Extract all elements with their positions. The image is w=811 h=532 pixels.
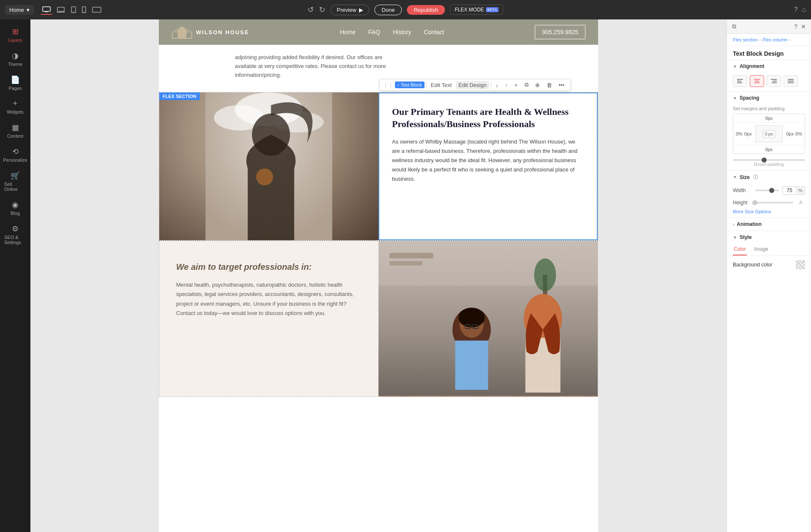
delete-element-button[interactable]: 🗑: [544, 81, 555, 89]
alignment-chevron: ▼: [733, 64, 737, 69]
nav-faq[interactable]: FAQ: [368, 29, 380, 35]
laptop-device-btn[interactable]: [55, 5, 67, 14]
spacing-section-header[interactable]: ▼ Spacing: [727, 91, 811, 104]
content-icon: ▦: [12, 123, 19, 132]
breadcrumb-flex-column[interactable]: Flex column: [762, 37, 787, 42]
panel-question-btn[interactable]: ?: [794, 23, 797, 30]
align-center-btn[interactable]: [750, 75, 764, 87]
width-unit: %: [796, 187, 804, 194]
animation-section-header[interactable]: › Animation: [727, 217, 811, 231]
height-auto-button[interactable]: A: [797, 200, 805, 206]
more-options-button[interactable]: •••: [556, 81, 567, 89]
mobile-device-btn[interactable]: [80, 5, 88, 15]
sidebar-item-pages[interactable]: 📄 Pages: [2, 72, 29, 94]
width-slider[interactable]: [755, 190, 779, 191]
move-down-button[interactable]: ↓: [493, 81, 501, 89]
desktop-device-btn[interactable]: [41, 5, 52, 15]
style-tab-color[interactable]: Color: [733, 244, 747, 255]
toolbar-separator-1: [426, 81, 427, 88]
padding-slider-track[interactable]: [733, 159, 805, 161]
svg-rect-9: [93, 7, 101, 12]
preview-button[interactable]: Preview ▶: [330, 5, 369, 15]
size-info-icon: ⓘ: [753, 174, 758, 180]
lower-section: We aim to target professionals in: Menta…: [159, 241, 598, 396]
redo-button[interactable]: ↻: [319, 5, 325, 14]
silhouette-image: [159, 92, 378, 240]
page-selector[interactable]: Home ▾: [5, 5, 34, 15]
breadcrumb-sep-2: ›: [789, 37, 791, 42]
padding-top-row: 0px: [733, 114, 805, 123]
width-slider-thumb[interactable]: [769, 188, 774, 193]
padding-top-value: 0px: [764, 116, 775, 121]
move-up-button[interactable]: ↑: [502, 81, 510, 89]
height-slider[interactable]: [755, 202, 793, 204]
set-margins-label: Set margins and padding: [727, 104, 811, 114]
padding-inner-input[interactable]: 0 px: [763, 130, 776, 138]
align-justify-btn[interactable]: [784, 75, 798, 87]
sidebar-item-personalize[interactable]: ⟲ Personalize: [2, 144, 29, 166]
sidebar-item-layers[interactable]: ⊞ Layers: [2, 24, 29, 46]
svg-point-28: [458, 308, 484, 328]
svg-point-24: [534, 258, 556, 291]
bg-color-swatch[interactable]: [796, 260, 805, 269]
nav-history[interactable]: History: [393, 29, 411, 35]
size-section-header[interactable]: ▼ Size ⓘ: [727, 170, 811, 184]
sidebar-item-seo[interactable]: ⚙ SEO & Settings: [2, 221, 29, 248]
settings-button[interactable]: ⊕: [533, 81, 542, 89]
sidebar-label-widgets: Widgets: [7, 109, 24, 114]
sidebar-item-sell-online[interactable]: 🛒 Sell Online: [2, 168, 29, 195]
office-image: [378, 241, 598, 396]
svg-rect-0: [43, 7, 50, 11]
device-icons: [41, 5, 103, 15]
intro-text: adjoining providing added flexibility if…: [235, 53, 404, 79]
more-size-options-link[interactable]: More Size Options: [727, 208, 811, 217]
size-label: Size: [740, 174, 750, 180]
topbar-left: Home ▾: [5, 5, 103, 15]
alignment-section-header[interactable]: ▼ Alignment: [727, 60, 811, 73]
svg-rect-3: [57, 7, 64, 11]
style-section-header[interactable]: ▼ Style: [727, 231, 811, 244]
size-chevron: ▼: [733, 175, 737, 179]
slider-row: [727, 157, 811, 162]
nav-contact[interactable]: Contact: [424, 29, 444, 35]
edit-text-button[interactable]: Edit Text: [428, 81, 454, 89]
panel-close-btn[interactable]: ✕: [801, 23, 806, 30]
sidebar-item-widgets[interactable]: + Widgets: [2, 96, 29, 118]
tablet-device-btn[interactable]: [69, 5, 78, 15]
sidebar-item-theme[interactable]: ◑ Theme: [2, 48, 29, 70]
sidebar-item-blog[interactable]: ◉ Blog: [2, 197, 29, 219]
nav-home[interactable]: Home: [340, 29, 356, 35]
align-right-btn[interactable]: [767, 75, 781, 87]
padding-right-value: 0px: [784, 131, 795, 136]
sidebar-item-content[interactable]: ▦ Content: [2, 119, 29, 142]
align-left-btn[interactable]: [733, 75, 747, 87]
edit-design-button[interactable]: Edit Design: [456, 81, 489, 89]
add-element-button[interactable]: +: [512, 81, 520, 89]
office-svg: [378, 241, 598, 396]
breadcrumb-flex-section[interactable]: Flex section: [733, 37, 758, 42]
topbar-center: ↺ ↻ Preview ▶ Done Republish FLEX MODE B…: [308, 5, 503, 15]
help-button[interactable]: ?: [794, 6, 797, 14]
canvas-area[interactable]: WILSON HOUSE Home FAQ History Contact 90…: [30, 19, 727, 532]
height-slider-thumb[interactable]: [752, 200, 757, 205]
done-button[interactable]: Done: [375, 5, 402, 15]
blog-icon: ◉: [12, 200, 19, 209]
width-input[interactable]: [783, 187, 796, 194]
text-block-arrow: ›: [397, 82, 399, 87]
copy-element-button[interactable]: ⧉: [522, 81, 531, 89]
sidebar-label-layers: Layers: [8, 38, 22, 43]
wide-device-btn[interactable]: [90, 5, 103, 14]
svg-point-18: [256, 168, 273, 185]
main-layout: ⊞ Layers ◑ Theme 📄 Pages + Widgets ▦ Con…: [0, 19, 811, 532]
panel-copy-icon-btn[interactable]: ⧉: [732, 23, 736, 30]
main-heading: Our Primary Tenants are Health & Wellnes…: [392, 106, 584, 130]
style-tab-image[interactable]: Image: [754, 244, 769, 255]
svg-rect-26: [455, 341, 488, 390]
undo-button[interactable]: ↺: [308, 5, 314, 14]
topbar-right: ? ⌂: [794, 6, 806, 14]
home-button[interactable]: ⌂: [802, 6, 806, 14]
animation-label: Animation: [737, 221, 762, 227]
flex-mode-button[interactable]: FLEX MODE BETA: [450, 5, 503, 15]
republish-button[interactable]: Republish: [407, 5, 445, 15]
reset-padding-link[interactable]: Reset padding: [727, 162, 811, 170]
